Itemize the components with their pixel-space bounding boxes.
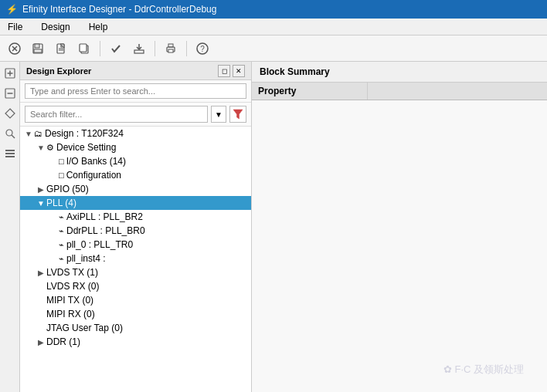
- tree-item-axipll[interactable]: ⌁AxiPLL : PLL_BR2: [20, 210, 251, 224]
- toolbar-sep-2: [155, 41, 155, 56]
- tree-container: ▼🗂Design : T120F324▼⚙Device Setting□I/O …: [20, 127, 251, 392]
- help-toolbar-btn[interactable]: ?: [192, 39, 212, 59]
- tree-item-label: DdrPLL : PLL_BR0: [66, 225, 145, 236]
- tree-item-label: GPIO (50): [46, 184, 89, 194]
- tree-item-ddrpll[interactable]: ⌁DdrPLL : PLL_BR0: [20, 224, 251, 238]
- filter-input[interactable]: [25, 106, 208, 123]
- side-list-btn[interactable]: [2, 145, 19, 162]
- search-bar: [20, 80, 251, 103]
- check-toolbar-btn[interactable]: [106, 39, 126, 59]
- app-title: Efinity Interface Designer - DdrControll…: [22, 4, 216, 15]
- tree-arrow: ▼: [23, 130, 34, 138]
- side-minus-btn[interactable]: [2, 85, 19, 102]
- tree-item-label: Configuration: [66, 170, 121, 181]
- side-panel: [0, 62, 20, 392]
- tree-node-icon: ⌁: [59, 254, 64, 264]
- toolbar-sep-1: [100, 41, 100, 56]
- block-summary-title: Block Summary: [252, 62, 547, 83]
- tree-item-pll0[interactable]: ⌁pll_0 : PLL_TR0: [20, 238, 251, 252]
- tree-item-lvds-rx[interactable]: LVDS RX (0): [20, 279, 251, 293]
- tree-item-device-setting[interactable]: ▼⚙Device Setting: [20, 140, 251, 154]
- tree-node-icon: ⌁: [59, 226, 64, 236]
- col-property-header: Property: [252, 83, 368, 100]
- filter-bar: ▼: [20, 103, 251, 127]
- tree-item-label: pll_0 : PLL_TR0: [66, 239, 133, 250]
- tree-node-icon: 🗂: [34, 129, 42, 138]
- tree-arrow: ▼: [36, 199, 46, 208]
- tree-item-label: Design : T120F324: [45, 128, 124, 139]
- svg-line-25: [12, 135, 15, 138]
- svg-rect-5: [34, 49, 42, 52]
- search-input[interactable]: [25, 83, 246, 99]
- menu-design[interactable]: Design: [36, 20, 74, 34]
- new-toolbar-btn[interactable]: [51, 39, 71, 59]
- explorer-panel: Design Explorer ◻ ✕ ▼ ▼🗂Design : T120F32…: [20, 62, 252, 392]
- menu-file[interactable]: File: [3, 20, 27, 34]
- explorer-header: Design Explorer ◻ ✕: [20, 62, 251, 80]
- title-bar: ⚡ Efinity Interface Designer - DdrContro…: [0, 0, 547, 19]
- tree-arrow: ▼: [36, 144, 46, 152]
- tree-item-pllinst4[interactable]: ⌁pll_inst4 :: [20, 252, 251, 265]
- filter-icon-btn[interactable]: [229, 106, 246, 123]
- toolbar: ?: [0, 35, 547, 62]
- title-icon: ⚡: [6, 4, 18, 15]
- explorer-header-icons: ◻ ✕: [218, 65, 245, 77]
- tree-item-label: AxiPLL : PLL_BR2: [66, 211, 143, 222]
- tree-node-icon: □: [59, 157, 64, 166]
- svg-rect-28: [5, 156, 15, 157]
- col-value-header: [368, 83, 547, 100]
- svg-rect-14: [168, 49, 173, 52]
- side-search-btn[interactable]: [2, 125, 19, 142]
- tree-item-label: LVDS TX (1): [46, 267, 98, 278]
- toolbar-sep-3: [186, 41, 187, 56]
- tree-item-lvds-tx[interactable]: ▶LVDS TX (1): [20, 265, 251, 279]
- svg-rect-26: [5, 150, 15, 151]
- tree-item-io-banks[interactable]: □I/O Banks (14): [20, 154, 251, 168]
- tree-item-design[interactable]: ▼🗂Design : T120F324: [20, 127, 251, 140]
- export-toolbar-btn[interactable]: [129, 39, 149, 59]
- tree-node-icon: □: [59, 171, 64, 180]
- svg-rect-4: [35, 44, 39, 48]
- tree-item-label: I/O Banks (14): [66, 156, 126, 167]
- tree-item-label: pll_inst4 :: [66, 253, 106, 264]
- tree-node-icon: ⚙: [46, 143, 54, 153]
- tree-item-label: DDR (1): [46, 336, 80, 347]
- tree-item-mipi-tx[interactable]: MIPI TX (0): [20, 293, 251, 307]
- copy-toolbar-btn[interactable]: [74, 39, 94, 59]
- tree-item-pll[interactable]: ▼PLL (4): [20, 196, 251, 210]
- side-diamond-btn[interactable]: [2, 105, 19, 122]
- tree-item-label: PLL (4): [46, 198, 76, 208]
- tree-arrow: ▶: [36, 269, 46, 277]
- svg-text:?: ?: [200, 45, 205, 53]
- tree-node-icon: ⌁: [59, 240, 64, 250]
- tree-item-label: Device Setting: [56, 142, 116, 153]
- restore-btn[interactable]: ◻: [218, 65, 230, 77]
- print-toolbar-btn[interactable]: [161, 39, 181, 59]
- tree-item-label: MIPI RX (0): [46, 309, 95, 319]
- menu-help[interactable]: Help: [84, 20, 113, 34]
- tree-item-label: LVDS RX (0): [46, 281, 99, 292]
- svg-rect-12: [134, 50, 144, 53]
- explorer-title: Design Explorer: [26, 66, 91, 76]
- main-content: Design Explorer ◻ ✕ ▼ ▼🗂Design : T120F32…: [0, 62, 547, 392]
- tree-item-ddr[interactable]: ▶DDR (1): [20, 335, 251, 349]
- tree-item-gpio[interactable]: ▶GPIO (50): [20, 182, 251, 196]
- tree-arrow: ▶: [36, 185, 46, 194]
- tree-item-mipi-rx[interactable]: MIPI RX (0): [20, 307, 251, 321]
- close-toolbar-btn[interactable]: [5, 39, 25, 59]
- svg-point-24: [6, 130, 12, 136]
- save-toolbar-btn[interactable]: [28, 39, 48, 59]
- tree-item-label: MIPI TX (0): [46, 295, 93, 306]
- tree-item-label: JTAG User Tap (0): [46, 323, 123, 333]
- filter-dropdown-btn[interactable]: ▼: [211, 106, 226, 123]
- table-header: Property: [252, 83, 547, 100]
- explorer-close-btn[interactable]: ✕: [233, 65, 245, 77]
- svg-rect-27: [5, 153, 15, 154]
- tree-item-configuration[interactable]: □Configuration: [20, 168, 251, 182]
- right-panel: Block Summary Property: [252, 62, 547, 392]
- svg-rect-11: [80, 44, 87, 52]
- side-add-btn[interactable]: [2, 65, 19, 82]
- svg-marker-23: [5, 109, 15, 118]
- tree-item-jtag[interactable]: JTAG User Tap (0): [20, 321, 251, 335]
- svg-marker-29: [233, 110, 243, 119]
